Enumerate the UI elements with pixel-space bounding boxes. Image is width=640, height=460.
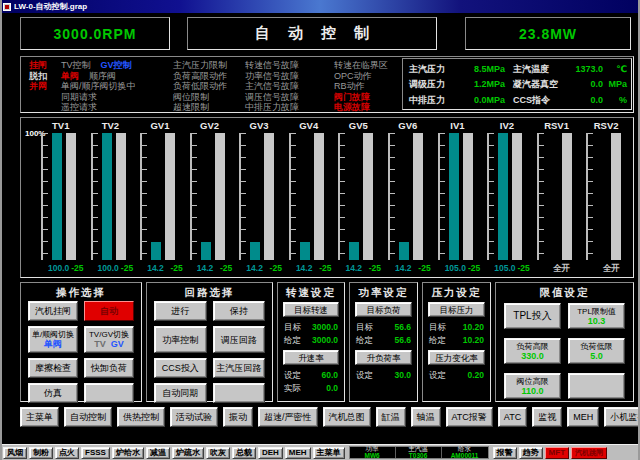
nav-button[interactable]: 汽机总图 <box>323 407 371 427</box>
valve-bar-feedback <box>165 133 175 260</box>
taskbar-button[interactable]: 点火 <box>55 447 79 459</box>
speed-rate-button[interactable]: 升速率 <box>283 350 339 365</box>
power-rate-button[interactable]: 升负荷率 <box>355 350 412 365</box>
reading-row: 调级压力1.2MPa <box>409 77 505 92</box>
taskbar-button[interactable]: FSSS <box>81 447 110 459</box>
taskbar-button[interactable]: 炉给水 <box>112 447 144 459</box>
valve-chart <box>190 133 233 260</box>
nav-button[interactable]: 小机监视 <box>604 407 640 427</box>
control-mode-display: 自 动 控 制 <box>187 17 437 50</box>
nav-button[interactable]: 超速/严密性 <box>258 407 318 427</box>
taskbar-button[interactable]: 炉疏水 <box>172 447 204 459</box>
valve-label: TV1 <box>38 120 84 132</box>
limit-button-label: 负荷低限 <box>581 342 613 351</box>
nav-button[interactable]: 缸温 <box>376 407 406 427</box>
loop-button[interactable]: 进行 <box>154 301 207 321</box>
taskbar-button[interactable]: 报警 <box>493 447 517 459</box>
status-indicator: 同期请求 <box>61 92 142 103</box>
status-indicator: 负荷高限动作 <box>173 71 227 82</box>
nav-button[interactable]: 主菜单 <box>20 407 59 427</box>
power-setting-content: 目标负荷目标56.6给定56.6升负荷率设定30.0 <box>350 299 417 382</box>
operation-button[interactable]: 仿真 <box>28 383 78 403</box>
reading-label: 主汽温度 <box>513 62 565 77</box>
loop-button[interactable]: 功率控制 <box>154 326 207 353</box>
pressure-target-button[interactable]: 目标压力 <box>428 302 485 317</box>
valve-bar-command-fill <box>449 133 459 260</box>
pressure-value-label: 设定 <box>429 369 446 382</box>
taskbar-button[interactable]: 趋势 <box>519 447 543 459</box>
speed-value-label: 目标 <box>284 321 301 334</box>
limit-button[interactable]: TPL限制值10.3 <box>568 303 625 329</box>
valve-values: 14.2-25 <box>335 262 381 274</box>
taskbar-button[interactable]: 总貌 <box>232 447 256 459</box>
taskbar-button[interactable]: 风烟 <box>3 447 27 459</box>
valve-bar-feedback-fill <box>264 133 274 260</box>
valve-bar-feedback <box>611 133 621 260</box>
taskbar-button[interactable]: MEH <box>285 447 311 459</box>
status-indicator: 中排压力故障 <box>245 102 299 113</box>
limit-button[interactable]: 负荷高限330.0 <box>504 338 561 364</box>
valve-bar-command-fill <box>399 242 409 260</box>
reading-value: 0.0 <box>565 93 603 108</box>
valve-value-command: 100.0 <box>48 262 69 274</box>
valve-scale-axis <box>338 133 345 260</box>
operation-button[interactable]: 摩擦检查 <box>28 358 78 378</box>
valve-group: GV114.2-25 <box>135 120 185 274</box>
reading-row: 主汽压力8.5MPa <box>409 62 505 77</box>
status-indicator: 转速信号故障 <box>245 60 299 71</box>
nav-button[interactable]: ATC <box>498 407 527 427</box>
nav-button[interactable]: MEH <box>567 407 599 427</box>
valve-value-feedback: -25 <box>517 262 529 274</box>
operation-button[interactable]: 快卸负荷 <box>84 358 134 378</box>
operation-button-label: 快卸负荷 <box>91 363 127 373</box>
taskbar-button[interactable]: 吹灰 <box>206 447 230 459</box>
reading-value: 0.0 <box>565 77 603 92</box>
loop-button[interactable]: 保持 <box>213 301 266 321</box>
valve-bar-feedback-fill <box>363 133 373 260</box>
nav-button[interactable]: 活动试验 <box>170 407 218 427</box>
valve-bar-command <box>399 133 409 260</box>
status-indicator: 超速限制 <box>173 102 227 113</box>
operation-button[interactable]: TV/GV切换TVGV <box>84 326 134 353</box>
mft-button[interactable]: MFT <box>545 447 569 459</box>
title-bar[interactable]: LW-0-自动控制.grap <box>0 0 640 13</box>
nav-button[interactable]: 振动 <box>223 407 253 427</box>
loop-button[interactable]: 主汽压回路 <box>213 358 266 378</box>
taskbar-button[interactable]: 制粉 <box>29 447 53 459</box>
limit-button[interactable]: TPL投入 <box>504 303 561 329</box>
limit-button[interactable]: 阀位高限110.0 <box>504 373 561 399</box>
loop-button[interactable]: 自动同期 <box>154 383 207 403</box>
loop-button[interactable]: CCS投入 <box>154 358 207 378</box>
loop-button-label: CCS投入 <box>162 363 199 373</box>
nav-button[interactable]: 监视 <box>532 407 562 427</box>
power-spacer <box>355 346 412 349</box>
reading-unit: MPa <box>603 77 627 92</box>
speed-value-label: 实际 <box>284 382 301 395</box>
nav-button[interactable]: 自动控制 <box>64 407 112 427</box>
operation-button[interactable]: 汽机挂闸 <box>28 301 78 321</box>
nav-button[interactable]: ATC报警 <box>446 407 493 427</box>
breaker-status-column: 挂闸脱扣并网 <box>29 60 47 92</box>
taskbar-button[interactable]: 主菜单 <box>313 447 345 459</box>
valve-value-command: 100.0 <box>98 262 119 274</box>
limit-button-value: 110.0 <box>521 386 543 396</box>
loop-button[interactable]: 调压回路 <box>213 326 266 353</box>
taskbar-button[interactable]: DEH <box>258 447 283 459</box>
power-target-button[interactable]: 目标负荷 <box>355 302 412 317</box>
valve-bar-feedback <box>463 133 473 260</box>
speed-value-row: 目标3000.0 <box>283 321 339 334</box>
operation-button[interactable]: 单/顺阀切换单阀 <box>28 326 78 353</box>
valve-value-feedback: -25 <box>121 262 133 274</box>
valve-group: TV1100.0-25 <box>36 120 86 274</box>
operation-button[interactable]: 自动 <box>84 301 134 321</box>
taskbar-button[interactable]: 减温 <box>146 447 170 459</box>
speed-value: 3000.0 <box>312 321 338 334</box>
pressure-rate-button[interactable]: 压力变化率 <box>428 350 485 365</box>
turbine-trip-button[interactable]: 汽机跳闸 <box>571 447 607 459</box>
nav-button[interactable]: 供热控制 <box>117 407 165 427</box>
reading-label: CCS指令 <box>513 93 565 108</box>
speed-target-button[interactable]: 目标转速 <box>283 302 339 317</box>
nav-button[interactable]: 轴温 <box>411 407 441 427</box>
limit-button[interactable]: 负荷低限5.0 <box>568 338 625 364</box>
valve-bar-command <box>201 133 211 260</box>
